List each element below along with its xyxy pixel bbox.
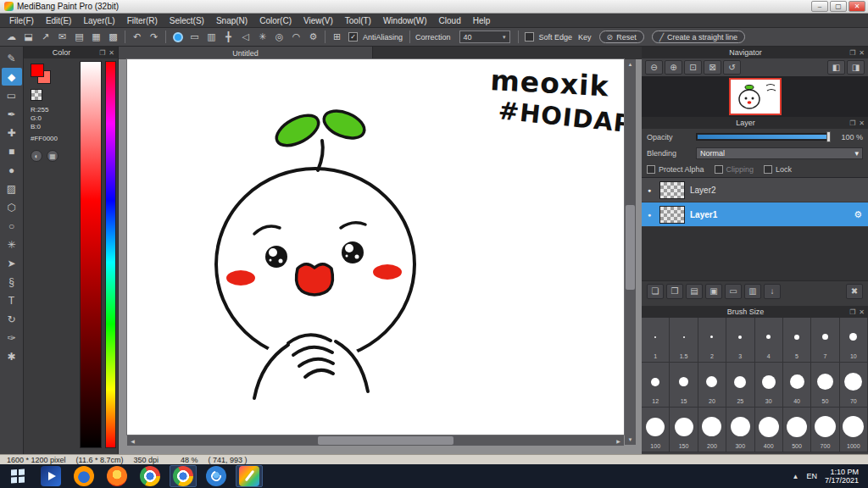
opacity-slider[interactable] (696, 133, 831, 141)
menu-item-snap[interactable]: Snap(N) (210, 14, 253, 27)
clipping-checkbox[interactable] (715, 165, 723, 174)
language-indicator[interactable]: EN (806, 472, 817, 480)
grid-icon[interactable]: ▦ (88, 30, 104, 45)
taskbar-clock[interactable]: 1:10 PM 7/17/2021 (825, 468, 859, 485)
tool-gradient[interactable]: ▨ (2, 180, 22, 197)
taskbar-app-chrome[interactable] (136, 465, 164, 487)
menu-item-tool[interactable]: Tool(T) (339, 14, 377, 27)
flip-right-icon[interactable]: ◨ (847, 60, 865, 75)
snap-curve-icon[interactable]: ◠ (288, 30, 304, 45)
minimize-button[interactable]: – (811, 1, 828, 12)
lock-checkbox[interactable] (764, 165, 772, 174)
layer-row-layer2[interactable]: ● Layer2 (642, 178, 868, 202)
tray-expand-icon[interactable]: ▲ (793, 473, 799, 480)
taskbar-app-browser2[interactable] (103, 465, 131, 487)
brush-size-option[interactable]: 70 (840, 363, 868, 408)
navigator-viewport[interactable] (642, 76, 868, 117)
tool-lasso[interactable]: ⬡ (2, 198, 22, 216)
zoom-fit-icon[interactable]: ⊡ (684, 60, 702, 75)
merge-down-icon[interactable]: ↓ (764, 284, 781, 299)
snap-vanishing-icon[interactable]: ◁ (237, 30, 253, 45)
redo-button[interactable]: ↷ (146, 30, 162, 45)
antialiasing-checkbox[interactable]: ✓ (348, 32, 358, 42)
reset-button[interactable]: ⊘ Reset (599, 30, 644, 43)
start-button[interactable] (4, 465, 31, 487)
undo-button[interactable]: ↶ (129, 30, 145, 45)
tool-text[interactable]: T (2, 291, 22, 309)
brush-size-option[interactable]: 4 (755, 318, 783, 363)
visibility-icon[interactable]: ● (648, 187, 654, 193)
create-straight-line-button[interactable]: ╱ Create a straight line (652, 30, 745, 43)
brush-size-option[interactable]: 1.5 (670, 318, 698, 363)
protect-alpha-checkbox[interactable] (647, 165, 655, 174)
popout-icon[interactable]: ❐ (849, 308, 855, 316)
horizontal-scrollbar[interactable]: ◀ ▶ (127, 435, 624, 446)
opacity-slider-handle[interactable] (826, 131, 831, 142)
tool-eraser[interactable]: ◆ (2, 68, 22, 86)
tool-brush[interactable]: ✎ (2, 49, 22, 67)
tool-select-pen[interactable]: ➤ (2, 254, 22, 272)
scroll-left-icon[interactable]: ◀ (127, 435, 138, 446)
publish-icon[interactable]: ↗ (37, 30, 53, 45)
folder-icon[interactable]: ▭ (725, 284, 742, 299)
grid-toggle-icon[interactable]: ⊞ (329, 30, 345, 45)
menu-item-filter[interactable]: Filter(R) (121, 14, 164, 27)
brush-size-option[interactable]: 30 (755, 363, 783, 408)
menu-item-view[interactable]: View(V) (298, 14, 339, 27)
clipping-option[interactable]: Clipping (715, 165, 754, 174)
brush-size-option[interactable]: 150 (670, 408, 698, 452)
duplicate-layer-icon[interactable]: ❐ (666, 284, 683, 299)
soft-edge-checkbox[interactable] (525, 32, 534, 42)
brush-size-option[interactable]: 300 (726, 408, 754, 452)
brush-size-option[interactable]: 40 (783, 363, 811, 408)
snap-radial-icon[interactable]: ✳ (254, 30, 270, 45)
navigator-thumbnail[interactable] (729, 78, 782, 115)
menu-item-select[interactable]: Select(S) (164, 14, 210, 27)
protect-alpha-option[interactable]: Protect Alpha (647, 165, 704, 174)
new-folder-icon[interactable]: ▣ (705, 284, 722, 299)
tool-shape[interactable]: ■ (2, 142, 22, 160)
lock-option[interactable]: Lock (764, 165, 792, 174)
menu-item-window[interactable]: Window(W) (377, 14, 433, 27)
delete-layer-icon[interactable]: ✖ (846, 284, 863, 299)
taskbar-app-firefox[interactable] (70, 465, 97, 487)
flip-left-icon[interactable]: ◧ (827, 60, 845, 75)
snap-cross-icon[interactable]: ╋ (220, 30, 236, 45)
tool-operation[interactable]: § (2, 273, 22, 291)
brush-size-option[interactable]: 2 (698, 318, 726, 363)
tool-move[interactable]: ✚ (2, 124, 22, 141)
document-icon[interactable]: ▤ (71, 30, 87, 45)
brush-size-option[interactable]: 1 (642, 318, 670, 363)
tool-eyedropper[interactable]: ✑ (2, 329, 22, 347)
scroll-down-icon[interactable]: ▼ (625, 435, 636, 445)
scroll-up-icon[interactable]: ▲ (625, 59, 636, 69)
brush-size-option[interactable]: 400 (755, 408, 783, 452)
brush-size-option[interactable]: 12 (642, 363, 670, 408)
close-icon[interactable]: ✕ (859, 308, 865, 316)
vertical-scrollbar[interactable]: ▲ ▼ (625, 59, 636, 445)
tool-rotate[interactable]: ↻ (2, 310, 22, 328)
blending-dropdown[interactable]: Normal ▾ (696, 147, 863, 159)
horizontal-scroll-track[interactable] (138, 435, 613, 446)
brush-size-option[interactable]: 200 (698, 408, 726, 452)
active-brush-indicator[interactable] (170, 30, 186, 45)
material-icon[interactable]: ▩ (105, 30, 121, 45)
menu-item-edit[interactable]: Edit(E) (40, 14, 78, 27)
brush-size-option[interactable]: 500 (783, 408, 811, 452)
brush-size-option[interactable]: 1000 (840, 408, 868, 452)
brush-size-option[interactable]: 5 (783, 318, 811, 363)
close-icon[interactable]: ✕ (108, 49, 114, 57)
close-button[interactable]: ✕ (849, 1, 865, 12)
cloud-icon[interactable]: ☁ (3, 30, 19, 45)
transparent-color-swatch[interactable] (31, 89, 42, 101)
maximize-button[interactable]: ▢ (830, 1, 847, 12)
brush-size-option[interactable]: 3 (726, 318, 754, 363)
brush-size-option[interactable]: 50 (811, 363, 839, 408)
scroll-right-icon[interactable]: ▶ (613, 435, 624, 446)
taskbar-app-chrome-open[interactable] (170, 465, 197, 487)
tool-bucket[interactable]: ● (2, 161, 22, 179)
brush-size-option[interactable]: 20 (698, 363, 726, 408)
visibility-icon[interactable]: ● (648, 212, 654, 218)
zoom-actual-icon[interactable]: ⊠ (704, 60, 721, 75)
save-icon[interactable]: ⬓ (20, 30, 36, 45)
